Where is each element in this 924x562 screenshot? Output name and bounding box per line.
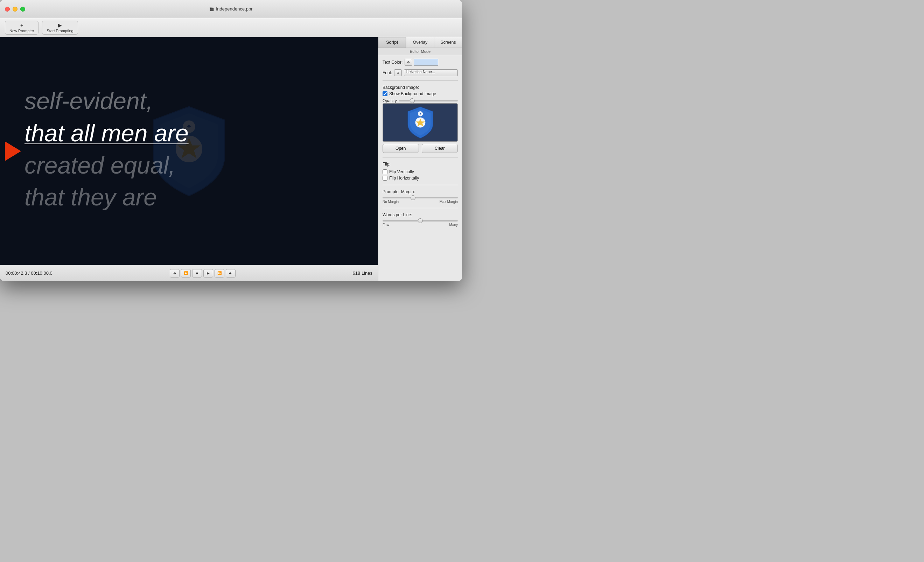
open-button[interactable]: Open <box>382 144 419 153</box>
new-prompter-label: New Prompter <box>9 29 34 33</box>
divider-2 <box>382 157 458 157</box>
show-bg-checkbox[interactable] <box>382 91 387 96</box>
color-swatch-container: ⊙ <box>405 59 438 66</box>
flip-horizontally-row: Flip Horizontally <box>382 176 458 181</box>
transport-controls: ⏮ ⏪ ■ ▶ ⏩ ⏭ <box>170 269 236 277</box>
font-row: Font: ⊙ Helvetica Neue... <box>382 69 458 76</box>
text-color-options-button[interactable]: ⊙ <box>405 59 412 66</box>
flip-label: Flip: <box>382 162 458 166</box>
stop-button[interactable]: ■ <box>192 269 202 277</box>
clear-button[interactable]: Clear <box>422 144 458 153</box>
tab-screens[interactable]: Screens <box>434 37 462 48</box>
show-bg-checkbox-label: Show Background Image <box>389 91 436 96</box>
opacity-slider[interactable] <box>399 100 458 102</box>
words-per-line-label: Words per Line: <box>382 213 458 217</box>
status-bar: 00:00:42.3 / 00:10:00.0 ⏮ ⏪ ■ ▶ ⏩ ⏭ 618 … <box>0 265 378 281</box>
words-slider-labels: Few Many <box>382 223 458 227</box>
bg-action-buttons: Open Clear <box>382 144 458 153</box>
time-current: 00:00:42.3 <box>6 270 27 276</box>
tab-script[interactable]: Script <box>378 37 406 48</box>
panel-tabs: Script Overlay Screens <box>378 37 462 48</box>
title-bar: 🎬 independence.ppr <box>0 0 462 18</box>
play-button[interactable]: ▶ <box>203 269 213 277</box>
text-color-row: Text Color: ⊙ <box>382 59 458 66</box>
words-per-line-slider[interactable] <box>382 220 458 222</box>
prompter-line-1: self-evident, <box>24 87 354 115</box>
close-button[interactable] <box>5 7 10 12</box>
opacity-slider-container <box>399 100 458 102</box>
flip-vertically-checkbox[interactable] <box>382 169 387 174</box>
prompter-line-4: that they are <box>24 183 354 212</box>
editor-mode-label: Editor Mode <box>378 48 462 55</box>
prompter-margin-label: Prompter Margin: <box>382 189 458 194</box>
prompter-line-2-active: that all men are <box>24 119 354 148</box>
bg-image-preview: ✦ <box>382 103 458 142</box>
lines-count: 618 Lines <box>353 270 372 276</box>
divider-4 <box>382 208 458 208</box>
font-options-button[interactable]: ⊙ <box>394 69 402 76</box>
flip-horizontally-label: Flip Horizontally <box>389 176 419 181</box>
caret-triangle <box>5 141 21 161</box>
flip-section: Flip: Flip Vertically Flip Horizontally <box>382 162 458 181</box>
divider-1 <box>382 81 458 81</box>
text-color-label: Text Color: <box>382 60 402 65</box>
flip-vertically-row: Flip Vertically <box>382 169 458 174</box>
panel-content: Text Color: ⊙ Font: ⊙ Helvetica Neue... … <box>378 55 462 230</box>
time-display: 00:00:42.3 / 00:10:00.0 <box>6 270 52 276</box>
start-prompting-button[interactable]: ▶ Start Prompting <box>42 21 78 34</box>
font-name-button[interactable]: Helvetica Neue... <box>404 69 458 76</box>
words-per-line-section: Words per Line: Few Many <box>382 213 458 227</box>
show-bg-row: Show Background Image <box>382 91 458 96</box>
opacity-row: Opacity <box>382 98 458 103</box>
font-label: Font: <box>382 70 392 75</box>
flip-horizontally-checkbox[interactable] <box>382 176 387 181</box>
maximize-button[interactable] <box>20 7 25 12</box>
text-color-swatch[interactable] <box>414 59 438 66</box>
new-prompter-button[interactable]: + New Prompter <box>5 21 39 34</box>
main-content: ✦ self-evident, that all men are created… <box>0 37 462 281</box>
margin-slider-labels: No Margin Max Margin <box>382 200 458 204</box>
toolbar: + New Prompter ▶ Start Prompting <box>0 18 462 37</box>
start-prompting-icon: ▶ <box>58 22 62 28</box>
many-label: Many <box>449 223 458 227</box>
tab-overlay[interactable]: Overlay <box>406 37 434 48</box>
skip-forward-button[interactable]: ⏭ <box>226 269 236 277</box>
flip-vertically-label: Flip Vertically <box>389 169 414 174</box>
window-title: 🎬 independence.ppr <box>209 6 252 12</box>
opacity-label: Opacity <box>382 98 397 103</box>
minimize-button[interactable] <box>13 7 18 12</box>
title-icon: 🎬 <box>209 7 214 11</box>
right-panel: Script Overlay Screens Editor Mode Text … <box>378 37 462 281</box>
bg-preview-shield: ✦ <box>405 105 436 140</box>
prompter-lines: self-evident, that all men are created e… <box>24 87 354 215</box>
bg-image-section: Background Image: Show Background Image … <box>382 85 458 153</box>
bg-image-label: Background Image: <box>382 85 458 90</box>
few-label: Few <box>382 223 389 227</box>
title-label: independence.ppr <box>216 6 252 12</box>
prompter-margin-section: Prompter Margin: No Margin Max Margin <box>382 189 458 204</box>
caret-marker <box>5 141 21 161</box>
traffic-lights <box>5 7 25 12</box>
time-total: 00:10:00.0 <box>31 270 52 276</box>
svg-text:✦: ✦ <box>419 112 422 115</box>
new-prompter-icon: + <box>20 22 23 28</box>
fast-forward-button[interactable]: ⏩ <box>214 269 224 277</box>
no-margin-label: No Margin <box>382 200 399 204</box>
prompter-view: ✦ self-evident, that all men are created… <box>0 37 378 281</box>
max-margin-label: Max Margin <box>440 200 458 204</box>
start-prompting-label: Start Prompting <box>46 29 73 33</box>
divider-3 <box>382 185 458 185</box>
prompter-margin-slider[interactable] <box>382 197 458 198</box>
prompter-line-3: created equal, <box>24 151 354 180</box>
rewind-button[interactable]: ⏪ <box>181 269 191 277</box>
prompter-text-area: ✦ self-evident, that all men are created… <box>0 37 378 265</box>
skip-back-button[interactable]: ⏮ <box>170 269 180 277</box>
